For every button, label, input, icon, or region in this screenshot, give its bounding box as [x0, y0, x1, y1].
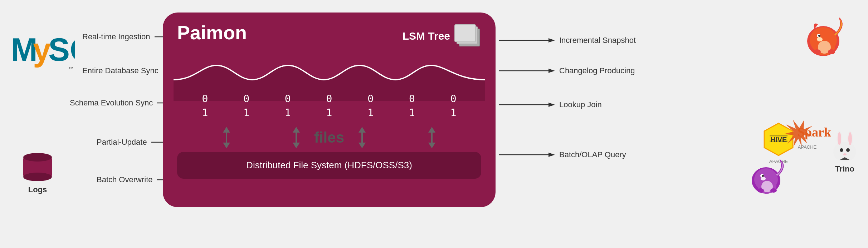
arrow-batch-olap-query: Batch/OLAP Query [499, 150, 626, 159]
svg-marker-24 [359, 143, 366, 148]
flink-logo-top [800, 14, 847, 62]
files-arrow-1 [222, 127, 231, 148]
svg-text:Spark: Spark [798, 125, 831, 139]
svg-point-67 [757, 188, 764, 193]
files-arrow-2 [292, 127, 301, 148]
svg-point-53 [838, 132, 841, 145]
label-batch-olap-query: Batch/OLAP Query [559, 150, 626, 159]
files-arrow-4 [428, 127, 436, 148]
trino-label: Trino [835, 164, 854, 174]
svg-point-64 [762, 175, 764, 177]
svg-marker-16 [223, 127, 230, 133]
label-realtime-ingestion: Real-time Ingestion [82, 32, 150, 41]
svg-rect-23 [361, 133, 363, 143]
svg-marker-31 [548, 69, 555, 73]
arrow-lookup-join: Lookup Join [499, 100, 602, 109]
svg-point-42 [814, 49, 821, 54]
trino-logo: Trino [829, 129, 861, 174]
svg-point-55 [848, 132, 852, 145]
label-lookup-join: Lookup Join [559, 100, 602, 109]
svg-point-58 [843, 153, 847, 155]
svg-rect-20 [296, 133, 297, 143]
flink-logo-bottom [746, 157, 786, 198]
svg-marker-18 [223, 143, 230, 148]
svg-point-68 [770, 188, 777, 193]
svg-point-39 [818, 35, 820, 37]
svg-marker-27 [428, 143, 435, 148]
svg-marker-19 [293, 127, 300, 133]
mysql-logo: M y SQL ™ [11, 29, 75, 71]
svg-point-56 [840, 148, 843, 152]
svg-point-43 [828, 49, 835, 54]
svg-rect-26 [431, 133, 433, 143]
arrow-changelog-producing: Changelog Producing [499, 66, 635, 75]
svg-marker-22 [359, 127, 366, 133]
lsm-tree-label: LSM Tree [403, 30, 450, 42]
dfs-box: Distributed File System (HDFS/OSS/S3) [177, 152, 481, 179]
files-arrow-3 [358, 127, 366, 148]
svg-text:SQL: SQL [48, 32, 75, 68]
svg-point-5 [23, 173, 52, 181]
svg-marker-25 [428, 127, 435, 133]
spark-logo: Spark APACHE [779, 118, 836, 150]
logs-label: Logs [21, 185, 54, 194]
label-changelog-producing: Changelog Producing [559, 66, 635, 75]
svg-point-69 [761, 177, 766, 180]
files-label: files [314, 129, 344, 146]
label-entire-database-sync: Entire Database Sync [82, 66, 159, 75]
arrow-incremental-snapshot: Incremental Snapshot [499, 36, 636, 45]
label-batch-overwrite: Batch Overwrite [97, 175, 153, 184]
paimon-title: Paimon [177, 21, 247, 44]
paimon-box: Paimon LSM Tree 01 01 01 [163, 13, 496, 207]
svg-marker-33 [548, 103, 555, 107]
svg-point-44 [817, 37, 823, 41]
svg-rect-17 [226, 133, 227, 143]
label-partial-update: Partial-Update [97, 138, 147, 147]
svg-point-57 [846, 148, 850, 152]
label-incremental-snapshot: Incremental Snapshot [559, 36, 636, 45]
svg-marker-21 [293, 143, 300, 148]
svg-marker-29 [548, 38, 555, 43]
diagram-container: M y SQL ™ Logs Real-time Ingestion Entir… [0, 0, 868, 248]
dfs-label: Distributed File System (HDFS/OSS/S3) [246, 160, 412, 170]
svg-point-4 [23, 153, 52, 162]
label-schema-evolution-sync: Schema Evolution Sync [70, 98, 153, 108]
logs-icon: Logs [21, 150, 54, 194]
svg-marker-35 [548, 153, 555, 157]
